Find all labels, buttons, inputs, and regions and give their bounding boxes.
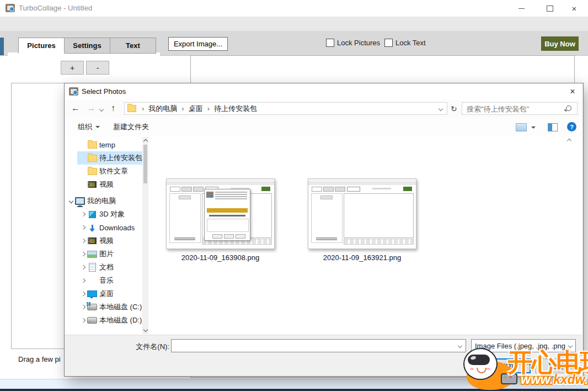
filename-label: 文件名(N): bbox=[135, 342, 169, 352]
file-item[interactable]: 2020-11-09_163908.png bbox=[166, 178, 275, 334]
filename-input[interactable] bbox=[174, 341, 452, 351]
tree-item-icon bbox=[87, 140, 97, 150]
command-bar: 组织 新建文件夹 ? bbox=[65, 118, 582, 138]
tree-item[interactable]: 我的电脑 bbox=[65, 194, 142, 208]
tree-chevron-icon[interactable] bbox=[79, 213, 87, 216]
tree-chevron-icon[interactable] bbox=[79, 239, 87, 242]
tree-item[interactable]: 3D 对象 bbox=[65, 208, 142, 221]
dialog-title-bar: Select Photos × bbox=[65, 83, 582, 100]
tab[interactable]: Text bbox=[110, 38, 156, 54]
tab-bar: PicturesSettingsText bbox=[18, 38, 156, 53]
breadcrumb-dropdown-icon[interactable] bbox=[439, 106, 443, 110]
lock-pictures-label: Lock Pictures bbox=[337, 39, 380, 47]
canvas-edge bbox=[0, 38, 4, 55]
file-thumbnail bbox=[166, 178, 275, 249]
dialog-footer: 文件名(N): Image Files (.jpeg, .jpg, .png 打… bbox=[65, 335, 582, 376]
export-image-button[interactable]: Export Image... bbox=[168, 37, 228, 51]
menu-bar bbox=[0, 17, 588, 31]
lock-text-label: Lock Text bbox=[395, 39, 426, 47]
tree-item-label: 本地磁盘 (C:) bbox=[99, 302, 142, 312]
file-thumbnail bbox=[308, 178, 416, 249]
scroll-down-icon[interactable] bbox=[143, 327, 148, 332]
tree-item[interactable]: 视频 bbox=[65, 178, 142, 191]
tree-item[interactable]: 本地磁盘 (C:) bbox=[65, 300, 142, 314]
maximize-button[interactable] bbox=[542, 3, 558, 13]
up-icon[interactable]: ↑ bbox=[111, 103, 115, 113]
dialog-body: temp 待上传安装包 软件文章 视频 我的电脑 bbox=[65, 137, 582, 335]
breadcrumb-item[interactable]: › 桌面 bbox=[177, 104, 202, 114]
drag-hint-text: Drag a few pi bbox=[18, 355, 61, 363]
zoom-out-button[interactable]: - bbox=[86, 61, 109, 75]
status-bar bbox=[0, 379, 588, 389]
breadcrumb-item[interactable]: › 待上传安装包 bbox=[203, 104, 257, 114]
tree-chevron-icon[interactable] bbox=[79, 226, 87, 229]
tab[interactable]: Settings bbox=[65, 38, 110, 54]
tree-item-label: 视频 bbox=[99, 179, 114, 189]
filename-combo bbox=[171, 339, 466, 352]
tree-item[interactable]: 图片 bbox=[65, 247, 142, 261]
history-dropdown-icon[interactable] bbox=[99, 107, 104, 112]
new-folder-button[interactable]: 新建文件夹 bbox=[113, 122, 149, 132]
breadcrumb-separator: › bbox=[203, 104, 214, 113]
filetype-select[interactable]: Image Files (.jpeg, .jpg, .png bbox=[471, 339, 576, 352]
search-input[interactable] bbox=[466, 104, 562, 114]
tree-item[interactable]: 音乐 bbox=[65, 274, 142, 287]
scroll-up-icon[interactable] bbox=[143, 139, 148, 144]
file-name: 2020-11-09_163908.png bbox=[166, 253, 275, 262]
tree-item-icon bbox=[87, 236, 97, 246]
filename-dropdown-icon[interactable] bbox=[458, 344, 462, 348]
refresh-icon[interactable]: ↻ bbox=[451, 104, 457, 113]
tree-item[interactable]: 本地磁盘 (D:) bbox=[65, 314, 142, 327]
tree-item-label: 本地磁盘 (D:) bbox=[99, 315, 142, 325]
breadcrumb[interactable]: › 我的电脑 › 桌面 › 待上传安装包 bbox=[124, 102, 447, 115]
breadcrumb-item[interactable]: › 我的电脑 bbox=[137, 104, 177, 114]
search-icon[interactable] bbox=[566, 105, 571, 111]
buy-now-button[interactable]: Buy Now bbox=[541, 36, 579, 51]
tree-chevron-icon[interactable] bbox=[67, 199, 75, 203]
forward-icon[interactable]: → bbox=[87, 103, 95, 113]
tree-item[interactable]: Downloads bbox=[65, 221, 142, 234]
tree-item[interactable]: 待上传安装包 bbox=[65, 151, 142, 165]
zoom-in-button[interactable]: + bbox=[61, 61, 84, 75]
tree-item[interactable]: temp bbox=[65, 138, 142, 151]
close-button[interactable]: × bbox=[566, 3, 582, 13]
lock-pictures-option: Lock Pictures bbox=[326, 39, 380, 47]
scrollbar-thumb[interactable] bbox=[143, 145, 147, 183]
tree-item[interactable]: 视频 bbox=[65, 234, 142, 247]
preview-pane-icon[interactable] bbox=[548, 123, 558, 131]
tree-chevron-icon[interactable] bbox=[79, 305, 87, 309]
tree-item[interactable]: 文档 bbox=[65, 261, 142, 274]
tree-item[interactable]: 桌面 bbox=[65, 287, 142, 300]
open-button[interactable]: 打开(O) bbox=[471, 358, 531, 373]
tree-chevron-icon[interactable] bbox=[79, 319, 87, 322]
tree-item-icon bbox=[87, 276, 97, 286]
tree-item[interactable]: 软件文章 bbox=[65, 165, 142, 178]
tree-item-label: temp bbox=[99, 141, 115, 149]
dialog-close-icon[interactable]: × bbox=[564, 86, 581, 98]
lock-pictures-checkbox[interactable] bbox=[326, 39, 334, 47]
file-item[interactable]: 2020-11-09_163921.png bbox=[308, 178, 416, 334]
app-icon bbox=[6, 4, 15, 12]
lock-text-checkbox[interactable] bbox=[384, 39, 393, 47]
tree-item-icon bbox=[87, 179, 97, 189]
search-box bbox=[462, 102, 578, 115]
tree-chevron-icon[interactable] bbox=[79, 252, 87, 256]
file-name: 2020-11-09_163921.png bbox=[308, 253, 416, 262]
tree-chevron-icon[interactable] bbox=[79, 292, 87, 295]
title-bar: TurboCollage - Untitled × bbox=[0, 0, 588, 17]
tree-item-icon bbox=[87, 249, 97, 259]
minimize-button[interactable] bbox=[513, 3, 530, 13]
organize-menu[interactable]: 组织 bbox=[78, 122, 100, 132]
back-icon[interactable]: ← bbox=[71, 103, 80, 113]
view-mode-control[interactable] bbox=[516, 123, 536, 131]
tree-chevron-icon[interactable] bbox=[79, 279, 87, 282]
cancel-button[interactable]: 取消 bbox=[535, 358, 577, 373]
help-icon[interactable]: ? bbox=[567, 122, 576, 131]
tree-item-icon bbox=[87, 315, 97, 325]
tree-scrollbar[interactable] bbox=[142, 137, 148, 334]
tab[interactable]: Pictures bbox=[18, 38, 65, 54]
filetype-value: Image Files (.jpeg, .jpg, .png bbox=[475, 342, 565, 350]
tree-chevron-icon[interactable] bbox=[79, 266, 87, 269]
tree-item-icon bbox=[87, 223, 97, 233]
tree-item-icon bbox=[87, 302, 97, 312]
